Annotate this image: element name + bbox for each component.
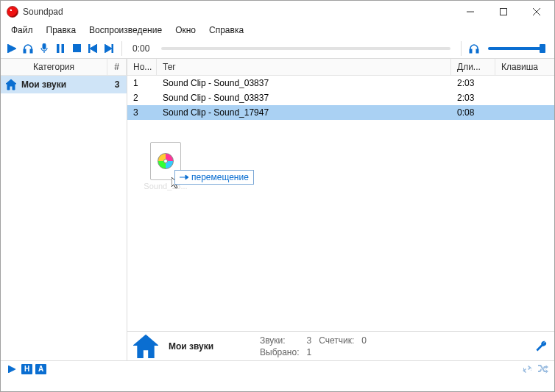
sidebar-item-count: 3: [107, 79, 127, 90]
minimize-button[interactable]: [453, 1, 487, 23]
svg-rect-5: [24, 49, 26, 53]
svg-rect-1: [500, 9, 506, 15]
stop-icon[interactable]: [70, 42, 83, 55]
play-icon[interactable]: [5, 363, 18, 376]
sound-list: Но... Тег Дли... Клавиша 1 Sound Clip - …: [127, 59, 554, 360]
time-label: 0:00: [128, 43, 154, 54]
table-header: Но... Тег Дли... Клавиша: [127, 59, 554, 76]
sidebar-header: Категория #: [1, 59, 127, 76]
svg-marker-21: [185, 175, 188, 179]
menu-bar: Файл Правка Воспроизведение Окно Справка: [1, 23, 554, 38]
maximize-button[interactable]: [487, 1, 520, 23]
table-row[interactable]: 1 Sound Clip - Sound_03837 2:03: [127, 76, 554, 90]
selected-value: 1: [306, 347, 311, 357]
app-logo-icon: [7, 6, 18, 18]
svg-rect-10: [62, 44, 64, 53]
headphones-volume-icon[interactable]: [467, 42, 481, 55]
move-arrow-icon: [180, 174, 188, 180]
badge-a[interactable]: A: [35, 364, 46, 374]
sidebar: Категория # Мои звуки 3: [1, 59, 127, 360]
svg-rect-16: [470, 49, 472, 53]
svg-rect-9: [57, 44, 59, 53]
cell-duration: 2:03: [451, 93, 495, 103]
toolbar-separator: [461, 41, 462, 56]
window-title: Soundpad: [23, 7, 453, 17]
svg-rect-6: [30, 49, 32, 53]
sounds-label: Звуки:: [260, 335, 299, 346]
badge-h[interactable]: H: [21, 364, 32, 374]
svg-marker-22: [135, 335, 157, 357]
microphone-icon[interactable]: [38, 42, 51, 55]
volume-control: [467, 42, 550, 55]
repeat-icon[interactable]: [520, 363, 534, 376]
cell-number: 2: [127, 93, 157, 103]
drag-tooltip-label: перемещение: [191, 172, 249, 182]
info-title: Мои звуки: [169, 341, 250, 352]
svg-marker-13: [90, 44, 97, 53]
toolbar: 0:00: [1, 38, 554, 59]
sidebar-item-my-sounds[interactable]: Мои звуки 3: [1, 76, 127, 93]
info-bar: Мои звуки Звуки: 3 Счетчик: 0 Выбрано: 1: [127, 331, 554, 360]
close-button[interactable]: [520, 1, 553, 23]
menu-window[interactable]: Окно: [169, 24, 202, 37]
cell-tag: Sound Clip - Sound_03837: [157, 78, 451, 88]
wrench-icon[interactable]: [535, 340, 548, 353]
table-body[interactable]: 1 Sound Clip - Sound_03837 2:03 2 Sound …: [127, 76, 554, 331]
cell-number: 3: [127, 107, 157, 118]
counter-label: Счетчик:: [319, 335, 354, 346]
info-stats: Звуки: 3 Счетчик: 0 Выбрано: 1: [260, 335, 367, 357]
volume-slider[interactable]: [488, 47, 545, 50]
cell-duration: 0:08: [451, 107, 495, 118]
svg-rect-11: [73, 44, 81, 52]
previous-icon[interactable]: [86, 42, 99, 55]
cell-tag: Sound Clip - Sound_17947: [157, 107, 451, 118]
table-row[interactable]: 3 Sound Clip - Sound_17947 0:08: [127, 105, 554, 120]
toolbar-separator: [121, 41, 122, 56]
shuffle-icon[interactable]: [537, 363, 550, 376]
col-header-tag[interactable]: Тег: [157, 59, 451, 75]
sidebar-header-category[interactable]: Категория: [1, 59, 107, 75]
menu-edit[interactable]: Правка: [40, 24, 82, 37]
col-header-duration[interactable]: Дли...: [451, 59, 495, 75]
table-row[interactable]: 2 Sound Clip - Sound_03837 2:03: [127, 90, 554, 105]
menu-file[interactable]: Файл: [5, 24, 39, 37]
menu-help[interactable]: Справка: [203, 24, 250, 37]
sounds-value: 3: [306, 335, 311, 346]
progress-slider[interactable]: [161, 47, 450, 50]
next-icon[interactable]: [102, 42, 116, 55]
svg-marker-23: [8, 366, 15, 373]
home-icon: [133, 334, 158, 359]
cell-number: 1: [127, 78, 157, 88]
svg-marker-4: [7, 44, 16, 53]
svg-rect-7: [43, 43, 46, 49]
col-header-number[interactable]: Но...: [127, 59, 157, 75]
svg-marker-18: [6, 79, 16, 90]
cell-duration: 2:03: [451, 78, 495, 88]
svg-rect-17: [476, 49, 478, 53]
col-header-key[interactable]: Клавиша: [495, 59, 554, 75]
home-icon: [5, 79, 17, 90]
svg-marker-14: [105, 44, 112, 53]
pause-icon[interactable]: [54, 42, 67, 55]
selected-label: Выбрано:: [260, 347, 299, 357]
play-icon[interactable]: [5, 42, 18, 55]
drag-tooltip: перемещение: [174, 170, 254, 185]
counter-value: 0: [361, 335, 367, 346]
main-area: Категория # Мои звуки 3 Но... Тег Дли...…: [1, 59, 554, 360]
sidebar-item-label: Мои звуки: [21, 79, 107, 90]
cell-tag: Sound Clip - Sound_03837: [157, 93, 451, 103]
menu-playback[interactable]: Воспроизведение: [83, 24, 168, 37]
status-bar: H A: [1, 360, 554, 377]
sidebar-header-count[interactable]: #: [107, 59, 127, 75]
svg-rect-15: [112, 44, 113, 53]
title-bar: Soundpad: [1, 1, 554, 23]
headphones-icon[interactable]: [21, 42, 35, 55]
